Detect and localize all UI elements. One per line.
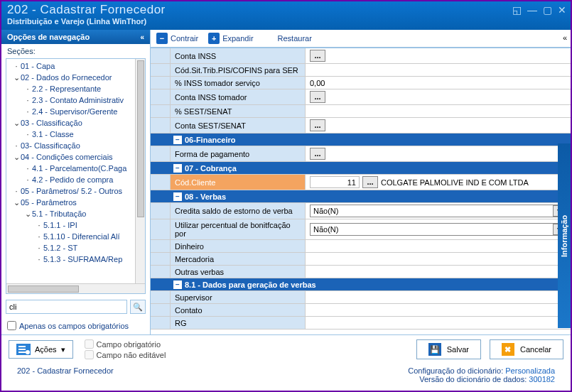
- tree-expand-icon[interactable]: ⌄: [12, 151, 21, 163]
- nav-header-label: Opções de navegação: [7, 33, 90, 41]
- field-value-cell[interactable]: [306, 240, 571, 252]
- field-value-cell[interactable]: [306, 64, 571, 76]
- tree-expand-icon[interactable]: ·: [12, 185, 21, 197]
- field-row: Utilizar percentual de bonitfcação porNã…: [151, 219, 571, 240]
- close-window-icon[interactable]: ✕: [558, 4, 566, 16]
- tree-item[interactable]: ·5.1.2 - ST: [9, 242, 144, 254]
- field-value-cell[interactable]: [306, 253, 571, 265]
- tree-item[interactable]: ⌄02 - Dados do Fornecedor: [9, 72, 144, 83]
- tree-item[interactable]: ⌄5.1 - Tributação: [9, 208, 144, 219]
- tree-expand-icon[interactable]: ·: [35, 231, 43, 242]
- tree-expand-icon[interactable]: ·: [12, 140, 21, 151]
- save-button[interactable]: 💾 Salvar: [416, 339, 481, 359]
- nav-header[interactable]: Opções de navegação «: [1, 30, 150, 44]
- field-value-cell[interactable]: 0,00: [306, 77, 571, 89]
- section-header[interactable]: −08 - Verbas: [151, 190, 571, 203]
- section-header[interactable]: −8.1 - Dados para geração de verbas: [151, 278, 571, 291]
- tree-item[interactable]: ⌄05 - Parâmetros: [9, 197, 144, 208]
- maximize-window-icon[interactable]: ▢: [543, 4, 552, 16]
- nav-search-button[interactable]: 🔍: [130, 300, 146, 314]
- tree-item[interactable]: ·01 - Capa: [9, 60, 144, 72]
- tree-expand-icon[interactable]: ⌄: [12, 197, 21, 208]
- field-value-cell[interactable]: [306, 304, 571, 316]
- tree-expand-icon[interactable]: ·: [23, 83, 32, 94]
- field-value-cell[interactable]: ...: [306, 89, 571, 104]
- tree-item[interactable]: ·2.4 - Supervisor/Gerente: [9, 106, 144, 117]
- tree-item[interactable]: ·4.1 - Parcelamento(C.Paga: [9, 163, 144, 174]
- section-toggle-icon[interactable]: −: [173, 281, 182, 289]
- tree-expand-icon[interactable]: ·: [35, 242, 43, 254]
- field-grid[interactable]: Conta INSS...Cód.Sit.Trib.PIS/COFINS par…: [151, 48, 571, 334]
- tree-scrollbar-vertical[interactable]: [135, 59, 145, 283]
- lookup-button[interactable]: ...: [310, 50, 325, 62]
- field-row: Supervisor: [151, 291, 571, 304]
- toolbar-overflow[interactable]: «: [559, 30, 571, 45]
- tree-expand-icon[interactable]: ⌄: [23, 208, 32, 219]
- info-side-tab[interactable]: Informação: [558, 143, 571, 328]
- field-value-cell[interactable]: Não(N)▾: [306, 219, 571, 239]
- only-required-checkbox[interactable]: [7, 321, 16, 330]
- tree-item[interactable]: ·03- Classificação: [9, 140, 144, 151]
- field-value-cell[interactable]: [306, 291, 571, 303]
- tree-item-label: 4.2 - Pedido de compra: [32, 175, 113, 184]
- tree-item[interactable]: ·4.2 - Pedido de compra: [9, 174, 144, 185]
- collapse-nav-icon[interactable]: «: [140, 33, 144, 41]
- tree-item[interactable]: ⌄03 - Classificação: [9, 117, 144, 129]
- lookup-button[interactable]: ...: [310, 119, 325, 131]
- tree-expand-icon[interactable]: ·: [23, 94, 32, 106]
- tree-item[interactable]: ⌄04 - Condições comerciais: [9, 151, 144, 163]
- collapse-all-button[interactable]: − Contrair: [156, 33, 198, 44]
- tree-expand-icon[interactable]: ·: [23, 129, 32, 140]
- tree-item[interactable]: ·3.1 - Classe: [9, 129, 144, 140]
- restore-window-icon[interactable]: ◱: [512, 4, 522, 16]
- minimize-window-icon[interactable]: —: [527, 4, 537, 16]
- config-value-link[interactable]: Personalizada: [505, 366, 555, 375]
- restore-button[interactable]: ⟳ Restaurar: [264, 33, 312, 44]
- lookup-button[interactable]: ...: [310, 91, 325, 103]
- tree-expand-icon[interactable]: ·: [23, 106, 32, 117]
- nav-search-input[interactable]: [6, 300, 127, 314]
- only-required-checkbox-row[interactable]: Apenas os campos obrigatórios: [7, 321, 144, 330]
- version-value-link[interactable]: 300182: [529, 375, 555, 383]
- tree-expand-icon[interactable]: ·: [12, 60, 21, 72]
- field-value-cell[interactable]: ...: [306, 146, 571, 161]
- lookup-button[interactable]: ...: [310, 148, 325, 160]
- section-header[interactable]: −06-Financeiro: [151, 134, 571, 146]
- field-value-cell[interactable]: [306, 317, 571, 329]
- tree-container: ·01 - Capa⌄02 - Dados do Fornecedor·2.2 …: [6, 58, 146, 294]
- section-header[interactable]: −07 - Cobrança: [151, 162, 571, 175]
- tree-item[interactable]: ·05 - Parâmetros/ 5.2 - Outros: [9, 185, 144, 197]
- tree-expand-icon[interactable]: ·: [35, 254, 43, 265]
- field-value-cell[interactable]: ...COLGATE PALMOLIVE IND E COM LTDA: [306, 175, 571, 190]
- field-value-cell[interactable]: Não(N)▾: [306, 203, 571, 219]
- lookup-button[interactable]: ...: [362, 176, 378, 188]
- actions-button[interactable]: Ações ▾: [9, 340, 73, 359]
- nav-tree[interactable]: ·01 - Capa⌄02 - Dados do Fornecedor·2.2 …: [6, 59, 145, 293]
- tree-expand-icon[interactable]: ·: [23, 174, 32, 185]
- tree-item[interactable]: ·5.1.1 - IPI: [9, 219, 144, 231]
- tree-item[interactable]: ·2.3 - Contato Administrativ: [9, 94, 144, 106]
- restore-label: Restaurar: [278, 34, 312, 43]
- tree-scrollbar-horizontal[interactable]: [6, 283, 145, 293]
- tree-item[interactable]: ·5.1.10 - Diferencial Alí: [9, 231, 144, 242]
- section-toggle-icon[interactable]: −: [173, 164, 182, 173]
- tree-expand-icon[interactable]: ⌄: [12, 72, 21, 83]
- field-value-cell[interactable]: [306, 266, 571, 278]
- svg-point-4: [26, 350, 30, 354]
- window-controls: ◱ — ▢ ✕: [512, 4, 566, 16]
- dropdown[interactable]: Não(N)▾: [310, 223, 566, 236]
- field-value-cell[interactable]: ...: [306, 118, 571, 133]
- field-value-cell[interactable]: [306, 105, 571, 117]
- dropdown[interactable]: Não(N)▾: [310, 205, 566, 217]
- section-toggle-icon[interactable]: −: [173, 192, 182, 201]
- section-toggle-icon[interactable]: −: [173, 136, 182, 144]
- expand-all-button[interactable]: + Expandir: [208, 33, 253, 44]
- tree-expand-icon[interactable]: ·: [23, 163, 32, 174]
- tree-item[interactable]: ·2.2 - Representante: [9, 83, 144, 94]
- tree-expand-icon[interactable]: ⌄: [12, 117, 21, 129]
- tree-item[interactable]: ·5.1.3 - SUFRAMA/Rep: [9, 254, 144, 265]
- field-input[interactable]: [310, 176, 360, 188]
- cancel-button[interactable]: ✖ Cancelar: [490, 339, 563, 359]
- tree-expand-icon[interactable]: ·: [35, 219, 43, 231]
- field-value-cell[interactable]: ...: [306, 48, 571, 63]
